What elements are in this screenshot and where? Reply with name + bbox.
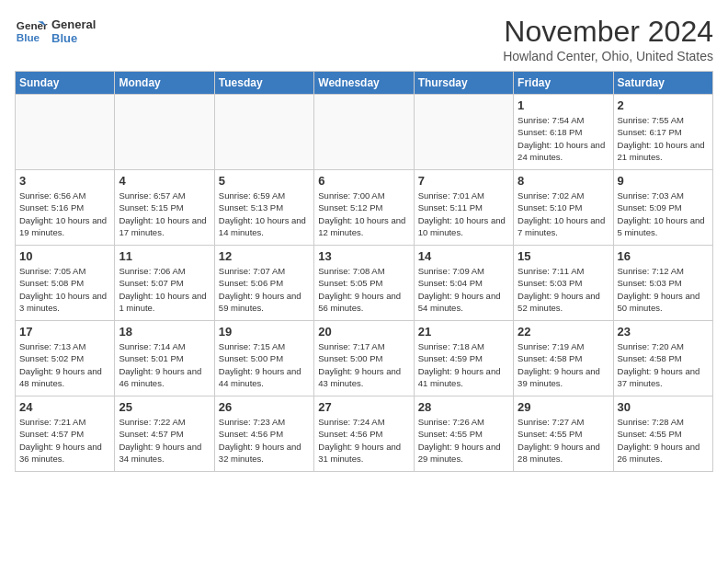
calendar-cell: 29Sunrise: 7:27 AM Sunset: 4:55 PM Dayli… (514, 396, 613, 472)
day-info: Sunrise: 7:24 AM Sunset: 4:56 PM Dayligh… (318, 416, 409, 465)
day-number: 22 (518, 325, 609, 339)
day-info: Sunrise: 7:18 AM Sunset: 4:59 PM Dayligh… (418, 340, 509, 389)
month-title: November 2024 (503, 15, 713, 49)
calendar-cell: 4Sunrise: 6:57 AM Sunset: 5:15 PM Daylig… (115, 170, 214, 246)
day-info: Sunrise: 7:08 AM Sunset: 5:05 PM Dayligh… (318, 265, 409, 314)
calendar-cell: 6Sunrise: 7:00 AM Sunset: 5:12 PM Daylig… (314, 170, 414, 246)
logo-line1: General (51, 17, 96, 31)
day-info: Sunrise: 7:20 AM Sunset: 4:58 PM Dayligh… (618, 340, 709, 389)
calendar-cell: 25Sunrise: 7:22 AM Sunset: 4:57 PM Dayli… (115, 396, 214, 472)
calendar-cell: 15Sunrise: 7:11 AM Sunset: 5:03 PM Dayli… (514, 246, 613, 321)
location-title: Howland Center, Ohio, United States (503, 49, 713, 63)
day-info: Sunrise: 7:06 AM Sunset: 5:07 PM Dayligh… (119, 265, 210, 314)
day-number: 11 (119, 249, 210, 263)
day-number: 29 (518, 400, 609, 414)
day-info: Sunrise: 7:21 AM Sunset: 4:57 PM Dayligh… (19, 416, 110, 465)
calendar-cell: 7Sunrise: 7:01 AM Sunset: 5:11 PM Daylig… (414, 170, 513, 246)
day-number: 25 (119, 400, 210, 414)
logo-icon: General Blue (15, 15, 48, 48)
calendar-cell: 1Sunrise: 7:54 AM Sunset: 6:18 PM Daylig… (514, 95, 613, 170)
day-info: Sunrise: 7:15 AM Sunset: 5:00 PM Dayligh… (219, 340, 310, 389)
calendar-cell: 20Sunrise: 7:17 AM Sunset: 5:00 PM Dayli… (314, 321, 414, 396)
day-info: Sunrise: 7:28 AM Sunset: 4:55 PM Dayligh… (618, 416, 709, 465)
day-number: 28 (418, 400, 509, 414)
day-number: 21 (418, 325, 509, 339)
day-number: 4 (119, 174, 210, 188)
day-info: Sunrise: 7:17 AM Sunset: 5:00 PM Dayligh… (318, 340, 409, 389)
day-number: 19 (219, 325, 310, 339)
day-number: 20 (318, 325, 409, 339)
day-info: Sunrise: 7:23 AM Sunset: 4:56 PM Dayligh… (219, 416, 310, 465)
day-info: Sunrise: 7:11 AM Sunset: 5:03 PM Dayligh… (518, 265, 609, 314)
day-info: Sunrise: 7:14 AM Sunset: 5:01 PM Dayligh… (119, 340, 210, 389)
svg-text:Blue: Blue (17, 31, 40, 43)
calendar-cell: 2Sunrise: 7:55 AM Sunset: 6:17 PM Daylig… (613, 95, 712, 170)
day-info: Sunrise: 7:01 AM Sunset: 5:11 PM Dayligh… (418, 190, 509, 238)
calendar-cell: 16Sunrise: 7:12 AM Sunset: 5:03 PM Dayli… (613, 246, 712, 321)
calendar-cell (115, 95, 214, 170)
day-info: Sunrise: 7:22 AM Sunset: 4:57 PM Dayligh… (119, 416, 210, 465)
calendar-cell: 5Sunrise: 6:59 AM Sunset: 5:13 PM Daylig… (214, 170, 313, 246)
calendar-cell: 22Sunrise: 7:19 AM Sunset: 4:58 PM Dayli… (514, 321, 613, 396)
day-info: Sunrise: 7:09 AM Sunset: 5:04 PM Dayligh… (418, 265, 509, 314)
day-info: Sunrise: 7:02 AM Sunset: 5:10 PM Dayligh… (518, 190, 609, 238)
day-number: 8 (518, 174, 609, 188)
day-info: Sunrise: 6:59 AM Sunset: 5:13 PM Dayligh… (219, 190, 310, 238)
day-info: Sunrise: 6:56 AM Sunset: 5:16 PM Dayligh… (19, 190, 110, 238)
title-block: November 2024 Howland Center, Ohio, Unit… (503, 15, 713, 63)
weekday-header: Monday (115, 72, 214, 95)
calendar-cell: 18Sunrise: 7:14 AM Sunset: 5:01 PM Dayli… (115, 321, 214, 396)
calendar-cell: 28Sunrise: 7:26 AM Sunset: 4:55 PM Dayli… (414, 396, 513, 472)
calendar-week-row: 1Sunrise: 7:54 AM Sunset: 6:18 PM Daylig… (16, 95, 713, 170)
day-number: 1 (518, 98, 609, 112)
day-number: 13 (318, 249, 409, 263)
calendar-cell: 21Sunrise: 7:18 AM Sunset: 4:59 PM Dayli… (414, 321, 513, 396)
weekday-header: Sunday (16, 72, 115, 95)
weekday-header: Wednesday (314, 72, 414, 95)
calendar-cell (314, 95, 414, 170)
day-number: 14 (418, 249, 509, 263)
calendar-week-row: 17Sunrise: 7:13 AM Sunset: 5:02 PM Dayli… (16, 321, 713, 396)
day-number: 16 (618, 249, 709, 263)
svg-text:General: General (17, 19, 48, 31)
day-info: Sunrise: 7:19 AM Sunset: 4:58 PM Dayligh… (518, 340, 609, 389)
calendar-week-row: 3Sunrise: 6:56 AM Sunset: 5:16 PM Daylig… (16, 170, 713, 246)
day-info: Sunrise: 7:27 AM Sunset: 4:55 PM Dayligh… (518, 416, 609, 465)
calendar-table: SundayMondayTuesdayWednesdayThursdayFrid… (15, 71, 713, 472)
day-info: Sunrise: 7:12 AM Sunset: 5:03 PM Dayligh… (618, 265, 709, 314)
calendar-week-row: 24Sunrise: 7:21 AM Sunset: 4:57 PM Dayli… (16, 396, 713, 472)
day-info: Sunrise: 7:54 AM Sunset: 6:18 PM Dayligh… (518, 114, 609, 163)
calendar-cell: 30Sunrise: 7:28 AM Sunset: 4:55 PM Dayli… (613, 396, 712, 472)
day-info: Sunrise: 7:05 AM Sunset: 5:08 PM Dayligh… (19, 265, 110, 314)
calendar-cell: 26Sunrise: 7:23 AM Sunset: 4:56 PM Dayli… (214, 396, 313, 472)
calendar-cell: 27Sunrise: 7:24 AM Sunset: 4:56 PM Dayli… (314, 396, 414, 472)
day-info: Sunrise: 7:03 AM Sunset: 5:09 PM Dayligh… (618, 190, 709, 238)
calendar-cell: 24Sunrise: 7:21 AM Sunset: 4:57 PM Dayli… (16, 396, 115, 472)
logo: General Blue General Blue (15, 15, 96, 48)
day-info: Sunrise: 7:00 AM Sunset: 5:12 PM Dayligh… (318, 190, 409, 238)
day-number: 9 (618, 174, 709, 188)
calendar-cell: 8Sunrise: 7:02 AM Sunset: 5:10 PM Daylig… (514, 170, 613, 246)
day-number: 18 (119, 325, 210, 339)
calendar-cell: 23Sunrise: 7:20 AM Sunset: 4:58 PM Dayli… (613, 321, 712, 396)
calendar-cell (214, 95, 313, 170)
day-number: 15 (518, 249, 609, 263)
day-number: 24 (19, 400, 110, 414)
day-number: 3 (19, 174, 110, 188)
day-info: Sunrise: 7:07 AM Sunset: 5:06 PM Dayligh… (219, 265, 310, 314)
day-number: 10 (19, 249, 110, 263)
calendar-cell: 3Sunrise: 6:56 AM Sunset: 5:16 PM Daylig… (16, 170, 115, 246)
day-info: Sunrise: 6:57 AM Sunset: 5:15 PM Dayligh… (119, 190, 210, 238)
day-number: 17 (19, 325, 110, 339)
calendar-cell: 11Sunrise: 7:06 AM Sunset: 5:07 PM Dayli… (115, 246, 214, 321)
day-info: Sunrise: 7:13 AM Sunset: 5:02 PM Dayligh… (19, 340, 110, 389)
calendar-cell (414, 95, 513, 170)
day-info: Sunrise: 7:26 AM Sunset: 4:55 PM Dayligh… (418, 416, 509, 465)
day-number: 7 (418, 174, 509, 188)
day-number: 26 (219, 400, 310, 414)
day-number: 6 (318, 174, 409, 188)
weekday-header: Saturday (613, 72, 712, 95)
calendar-cell (16, 95, 115, 170)
calendar-cell: 19Sunrise: 7:15 AM Sunset: 5:00 PM Dayli… (214, 321, 313, 396)
day-number: 27 (318, 400, 409, 414)
